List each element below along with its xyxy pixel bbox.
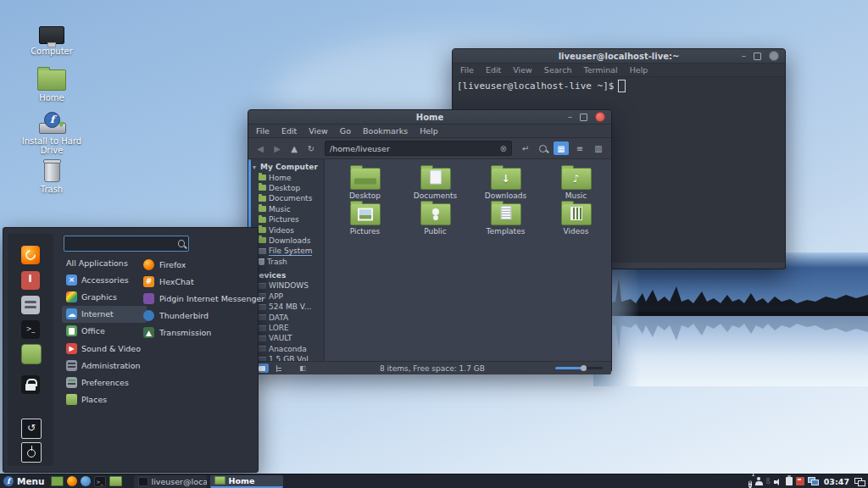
side-pane-toggle-button[interactable]: ◧ [296, 363, 309, 373]
list-view-button[interactable]: ≡ [572, 141, 587, 155]
firefox-launcher-icon[interactable] [67, 476, 77, 486]
terminal-titlebar[interactable]: liveuser@localhost-live:~ – [453, 49, 785, 64]
sidebar-item-music[interactable]: Music [248, 204, 324, 214]
sidebar-item-trash[interactable]: Trash [248, 257, 324, 267]
show-desktop-icon[interactable] [51, 476, 64, 486]
category-accessories[interactable]: ×Accessories [62, 271, 147, 288]
alert-applet-icon[interactable] [796, 477, 804, 485]
display-pager-icon[interactable] [854, 478, 865, 485]
forward-icon[interactable]: ▶ [270, 144, 284, 153]
menu-search-box[interactable] [64, 236, 189, 252]
close-icon[interactable] [769, 51, 779, 61]
search-icon[interactable] [539, 145, 547, 152]
back-icon[interactable]: ◀ [253, 144, 267, 153]
file-manager-launcher-icon[interactable] [109, 476, 122, 486]
category-administration[interactable]: Administration [62, 357, 147, 374]
maximize-icon[interactable] [580, 114, 587, 121]
menu-view[interactable]: View [513, 65, 532, 75]
sidebar-scrollbar[interactable] [248, 159, 251, 230]
shutdown-icon[interactable] [21, 442, 42, 463]
file-desktop[interactable]: Desktop [330, 168, 400, 203]
notification-icon[interactable]: ! 1 [748, 474, 752, 488]
clock[interactable]: 03:47 [824, 477, 849, 486]
sidebar-item-pictures[interactable]: Pictures [248, 214, 324, 225]
menu-view[interactable]: View [309, 126, 328, 136]
desktop-icon-install[interactable]: f ▾ Install to Hard Drive [15, 108, 88, 155]
sidebar-header-my-computer[interactable]: ▾ My Computer [248, 162, 324, 172]
menu-file[interactable]: File [460, 65, 474, 75]
desktop-icon-trash[interactable]: Trash [15, 157, 88, 194]
sidebar-device-data[interactable]: DATA [248, 312, 324, 322]
category-all-applications[interactable]: All Applications [62, 254, 147, 271]
path-bar[interactable]: /home/liveuser ⊗ [325, 141, 512, 156]
file-templates[interactable]: Templates [470, 203, 541, 239]
sidebar-device-anaconda[interactable]: Anaconda [248, 344, 324, 354]
fedora-menu-icon[interactable]: f [3, 476, 14, 486]
network-icon[interactable] [808, 477, 819, 485]
up-icon[interactable]: ▲ [287, 144, 301, 153]
menu-go[interactable]: Go [340, 126, 351, 136]
app-hexchat[interactable]: #HexChat [143, 273, 255, 290]
app-thunderbird[interactable]: Thunderbird [143, 308, 255, 324]
fm-file-area[interactable]: Desktop Documents ↓ Downloads ♪ Music Pi… [325, 159, 611, 361]
file-public[interactable]: Public [400, 203, 470, 239]
clipboard-icon[interactable] [786, 477, 793, 485]
compact-view-button[interactable]: ▥ [591, 141, 606, 155]
sidebar-item-desktop[interactable]: Desktop [248, 183, 324, 193]
zoom-slider[interactable] [555, 367, 603, 369]
task-home[interactable]: Home [210, 475, 283, 488]
clear-icon[interactable]: ⊗ [500, 144, 507, 153]
package-manager-icon[interactable] [21, 271, 40, 290]
bluetooth-icon[interactable]: ß [766, 478, 771, 485]
sidebar-item-home[interactable]: Home [248, 172, 324, 182]
menu-button[interactable]: Menu [17, 476, 45, 486]
user-icon[interactable] [755, 481, 763, 485]
category-preferences[interactable]: Preferences [62, 374, 147, 391]
menu-search-input[interactable] [64, 239, 175, 248]
settings-icon[interactable] [21, 296, 40, 314]
menu-terminal[interactable]: Terminal [584, 65, 618, 75]
terminal-launcher-icon[interactable]: >_ [94, 476, 106, 487]
category-places[interactable]: Places [62, 391, 147, 408]
icon-view-button[interactable]: ▦ [554, 141, 569, 155]
firefox-icon[interactable] [21, 246, 40, 264]
slider-handle[interactable] [581, 365, 587, 371]
sidebar-device-15gb[interactable]: 1.5 GB Vol... [248, 354, 324, 361]
sidebar-device-lore[interactable]: LORE [248, 323, 324, 333]
go-icon[interactable]: ↵ [519, 144, 532, 153]
category-graphics[interactable]: Graphics [62, 288, 147, 305]
file-music[interactable]: ♪ Music [541, 168, 611, 203]
fm-titlebar[interactable]: Home – [248, 110, 611, 125]
minimize-icon[interactable]: – [568, 113, 572, 121]
sidebar-item-downloads[interactable]: Downloads [248, 236, 324, 246]
app-firefox[interactable]: Firefox [143, 256, 255, 273]
menu-file[interactable]: File [256, 126, 270, 136]
menu-help[interactable]: Help [630, 65, 648, 75]
menu-help[interactable]: Help [420, 126, 438, 136]
menu-edit[interactable]: Edit [486, 65, 501, 75]
volume-icon[interactable] [774, 478, 782, 485]
app-pidgin[interactable]: Pidgin Internet Messenger [143, 290, 255, 307]
task-terminal[interactable]: liveuser@localh... [134, 475, 207, 488]
logout-icon[interactable]: ↺ [21, 419, 42, 439]
desktop-icon-home[interactable]: Home [15, 65, 88, 103]
maximize-icon[interactable] [754, 53, 761, 60]
menu-edit[interactable]: Edit [281, 126, 297, 136]
desktop-icon-computer[interactable]: Computer [15, 19, 88, 56]
file-manager-icon[interactable] [21, 344, 42, 364]
menu-search[interactable]: Search [544, 65, 572, 75]
sidebar-device-windows[interactable]: WINDOWS [248, 280, 324, 291]
file-videos[interactable]: Videos [541, 203, 611, 239]
menu-bookmarks[interactable]: Bookmarks [363, 126, 408, 136]
thunderbird-launcher-icon[interactable] [81, 476, 91, 486]
minimize-icon[interactable]: – [742, 52, 746, 60]
category-sound-video[interactable]: ▶Sound & Video [62, 340, 147, 357]
tree-pane-button[interactable] [272, 363, 286, 373]
terminal-icon[interactable]: >_ [21, 320, 40, 339]
category-internet[interactable]: ☁Internet [62, 306, 147, 323]
category-office[interactable]: Office [62, 323, 147, 340]
sidebar-device-vault[interactable]: VAULT [248, 333, 324, 343]
sidebar-item-documents[interactable]: Documents [248, 193, 324, 203]
file-documents[interactable]: Documents [400, 168, 470, 203]
lock-screen-icon[interactable] [21, 375, 40, 394]
